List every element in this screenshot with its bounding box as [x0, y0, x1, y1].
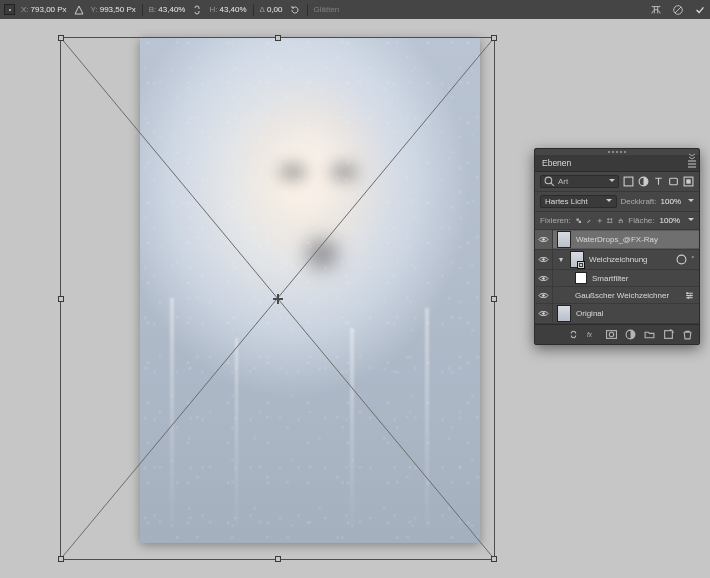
layer-name[interactable]: Gaußscher Weichzeichner [575, 291, 669, 300]
height-label: H: [209, 5, 217, 14]
handle-bottom[interactable] [275, 556, 281, 562]
svg-rect-30 [665, 331, 673, 339]
lock-artboard-icon[interactable] [607, 215, 613, 226]
fill-value[interactable]: 100% [660, 216, 680, 225]
filter-smart-icon[interactable] [683, 176, 694, 187]
new-layer-icon[interactable] [663, 329, 674, 340]
y-value[interactable]: 993,50 Px [100, 5, 136, 14]
lock-position-icon[interactable] [597, 215, 603, 226]
link-wh-icon[interactable] [191, 4, 203, 16]
transform-bounding-box[interactable] [60, 37, 495, 560]
layer-row-weichzeichnung[interactable]: ▾ Weichzeichnung ˄ [535, 250, 699, 270]
x-field[interactable]: X: 793,00 Px [21, 5, 67, 14]
layer-name[interactable]: Weichzeichnung [589, 255, 648, 264]
layer-name[interactable]: Original [576, 309, 604, 318]
rotate-icon[interactable] [289, 4, 301, 16]
panel-collapse-icon[interactable] [688, 152, 696, 160]
transform-options-bar: X: 793,00 Px Y: 993,50 Px B: 43,40% H: 4… [0, 0, 710, 19]
angle-value[interactable]: 0,00 [267, 5, 283, 14]
search-icon [544, 176, 555, 187]
svg-rect-18 [580, 264, 582, 266]
height-value[interactable]: 43,40% [219, 5, 246, 14]
angle-field[interactable]: Δ 0,00 [260, 5, 283, 14]
layer-row-original[interactable]: Original [535, 304, 699, 324]
handle-right[interactable] [491, 296, 497, 302]
warp-mode-icon[interactable] [650, 4, 662, 16]
layer-style-fx-icon[interactable]: fx [587, 329, 598, 340]
layer-filter-kind[interactable]: Art [540, 175, 619, 188]
x-value[interactable]: 793,00 Px [31, 5, 67, 14]
layer-thumbnail[interactable] [557, 231, 571, 248]
add-mask-icon[interactable] [606, 329, 617, 340]
handle-top[interactable] [275, 35, 281, 41]
y-field[interactable]: Y: 993,50 Px [91, 5, 136, 14]
chevron-down-icon[interactable] [685, 197, 694, 206]
visibility-eye-icon[interactable] [538, 273, 549, 284]
chevron-down-icon [606, 177, 615, 186]
commit-transform-icon[interactable] [694, 4, 706, 16]
filter-mask-thumbnail[interactable] [575, 272, 587, 284]
opacity-value[interactable]: 100% [661, 197, 681, 206]
blend-mode-select[interactable]: Hartes Licht [540, 195, 617, 208]
svg-rect-12 [578, 220, 580, 222]
layer-name[interactable]: Smartfilter [592, 274, 628, 283]
filter-blend-options-icon[interactable] [684, 290, 695, 301]
blend-mode-value: Hartes Licht [545, 197, 588, 206]
svg-rect-10 [686, 179, 690, 183]
layer-row-waterdrops[interactable]: WaterDrops_@FX-Ray [535, 230, 699, 250]
layers-panel[interactable]: Ebenen Art Hartes Licht Deckkraft: 100% … [534, 148, 700, 345]
link-layers-icon[interactable] [568, 329, 579, 340]
panel-title[interactable]: Ebenen [535, 155, 699, 172]
svg-rect-6 [624, 177, 633, 186]
filter-shape-icon[interactable] [668, 176, 679, 187]
lock-pixels-icon[interactable] [586, 215, 592, 226]
layer-name[interactable]: WaterDrops_@FX-Ray [576, 235, 658, 244]
layer-thumbnail[interactable] [557, 305, 571, 322]
svg-point-23 [690, 294, 692, 296]
handle-bottom-left[interactable] [58, 556, 64, 562]
lock-all-icon[interactable] [618, 215, 624, 226]
height-field[interactable]: H: 43,40% [209, 5, 246, 14]
chevron-down-icon [603, 197, 612, 206]
svg-point-21 [542, 294, 545, 297]
handle-left[interactable] [58, 296, 64, 302]
layers-list: WaterDrops_@FX-Ray ▾ Weichzeichnung ˄ [535, 230, 699, 324]
handle-top-left[interactable] [58, 35, 64, 41]
layer-filter-kind-label: Art [558, 177, 568, 186]
layer-thumbnail[interactable] [570, 251, 584, 268]
reference-point-grid[interactable] [4, 4, 15, 15]
panel-menu-icon[interactable] [687, 160, 697, 168]
visibility-eye-icon[interactable] [538, 290, 549, 301]
svg-point-28 [609, 332, 613, 336]
transform-center-icon[interactable] [273, 294, 283, 304]
visibility-eye-icon[interactable] [538, 254, 549, 265]
layer-row-smartfilter[interactable]: Smartfilter [535, 270, 699, 287]
chevron-up-icon[interactable]: ˄ [691, 256, 695, 264]
cancel-transform-icon[interactable] [672, 4, 684, 16]
smart-object-badge-icon [577, 261, 585, 269]
width-value[interactable]: 43,40% [158, 5, 185, 14]
y-label: Y: [91, 5, 98, 14]
triangle-icon[interactable] [73, 4, 85, 16]
width-field[interactable]: B: 43,40% [149, 5, 186, 14]
svg-point-20 [542, 277, 545, 280]
handle-bottom-right[interactable] [491, 556, 497, 562]
handle-top-right[interactable] [491, 35, 497, 41]
filter-type-icon[interactable] [653, 176, 664, 187]
svg-point-19 [677, 255, 686, 264]
filter-effects-badge-icon[interactable] [676, 254, 687, 265]
visibility-eye-icon[interactable] [538, 234, 549, 245]
svg-rect-13 [608, 219, 611, 222]
new-group-icon[interactable] [644, 329, 655, 340]
filter-adjust-icon[interactable] [638, 176, 649, 187]
lock-transparency-icon[interactable] [576, 215, 582, 226]
filter-pixel-icon[interactable] [623, 176, 634, 187]
delete-layer-icon[interactable] [682, 329, 693, 340]
disclosure-triangle-icon[interactable]: ▾ [557, 255, 565, 264]
angle-label: Δ [260, 5, 265, 14]
visibility-eye-icon[interactable] [538, 308, 549, 319]
separator [142, 4, 143, 16]
layer-row-gaussian-blur[interactable]: Gaußscher Weichzeichner [535, 287, 699, 304]
new-adjustment-layer-icon[interactable] [625, 329, 636, 340]
chevron-down-icon[interactable] [685, 216, 694, 225]
